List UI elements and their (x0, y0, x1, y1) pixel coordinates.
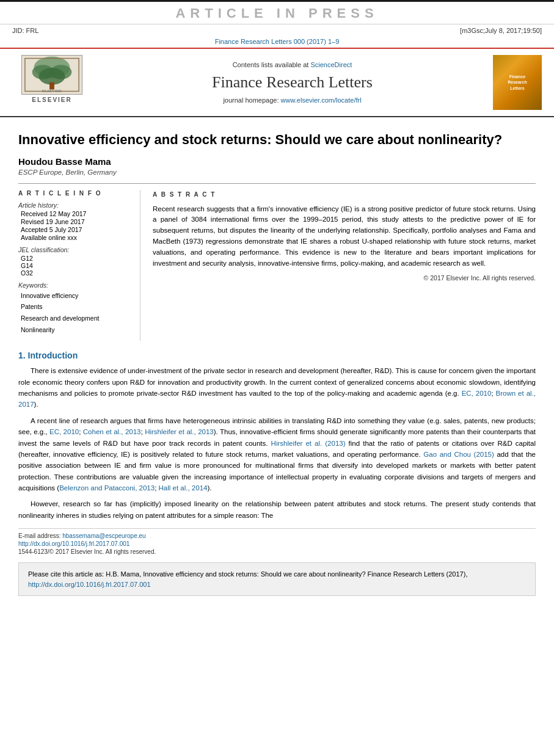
homepage-url[interactable]: www.elsevier.com/locate/frl (281, 96, 362, 104)
jel-group: JEL classification: G12 G14 O32 (18, 246, 133, 277)
jid-label: JID: FRL (12, 27, 38, 34)
abstract-label: A B S T R A C T (153, 190, 536, 199)
jel-label: JEL classification: (18, 246, 133, 253)
ref-hall[interactable]: Hall et al., 2014 (159, 484, 208, 492)
intro-para-1: There is extensive evidence of under-inv… (18, 365, 536, 410)
ref-brown-2017[interactable]: Brown et al., 2017 (18, 390, 536, 408)
ref-belenzon[interactable]: Belenzon and Patacconi, 2013 (59, 484, 155, 492)
abstract-column: A B S T R A C T Recent research suggests… (153, 190, 536, 341)
citation-text: Please cite this article as: H.B. Mama, … (28, 570, 467, 578)
jel-code-3: O32 (21, 269, 133, 277)
author-name: Houdou Basse Mama (18, 156, 536, 167)
article-info-column: A R T I C L E I N F O Article history: R… (18, 190, 140, 341)
intro-para-2: A recent line of research argues that fi… (18, 415, 536, 494)
article-info-label: A R T I C L E I N F O (18, 190, 133, 197)
paper-title: Innovative efficiency and stock returns:… (18, 131, 536, 149)
thumb-title: FinanceResearchLetters (508, 74, 527, 90)
jel-code-1: G12 (21, 255, 133, 262)
keywords-label: Keywords: (18, 282, 133, 289)
journal-header: ELSEVIER ELSEVIER Contents lists availab… (0, 49, 554, 117)
email-line: E-mail address: hbassemama@escpeurope.eu (18, 532, 536, 539)
svg-point-4 (38, 68, 65, 84)
article-history-group: Article history: Received 12 May 2017 Re… (18, 202, 133, 241)
citation-doi-link[interactable]: http://dx.doi.org/10.1016/j.frl.2017.07.… (28, 581, 151, 588)
intro-para-3: However, research so far has (implicitly… (18, 498, 536, 521)
doi-line: http://dx.doi.org/10.1016/j.frl.2017.07.… (18, 540, 536, 547)
journal-center-info: Contents lists available at ScienceDirec… (101, 55, 484, 110)
elsevier-wordmark: ELSEVIER (32, 96, 71, 103)
keyword-2: Patents (21, 301, 133, 313)
jel-code-2: G14 (21, 262, 133, 269)
section-title-text: Introduction (28, 351, 78, 360)
ref-cohen-2013[interactable]: Cohen et al., 2013 (83, 428, 141, 435)
journal-thumbnail: FinanceResearchLetters (493, 55, 542, 110)
history-label: Article history: (18, 202, 133, 209)
homepage-line: journal homepage: www.elsevier.com/locat… (101, 96, 484, 104)
article-in-press-banner: ARTICLE IN PRESS (0, 0, 554, 24)
ref-ec2[interactable]: EC, 2010 (49, 428, 79, 435)
accepted-date: Accepted 5 July 2017 (18, 226, 133, 233)
email-link[interactable]: hbassemama@escpeurope.eu (62, 532, 145, 539)
journal-title: Finance Research Letters (101, 73, 484, 92)
introduction-heading: 1. Introduction (18, 351, 536, 360)
logo-image: ELSEVIER (21, 55, 82, 95)
email-label: E-mail address: (18, 532, 60, 539)
keyword-1: Innovative efficiency (21, 290, 133, 302)
copyright-line: © 2017 Elsevier Inc. All rights reserved… (153, 274, 536, 283)
section-number: 1. (18, 351, 26, 360)
ref-hirshleifer-2013b[interactable]: Hirshleifer et al. (2013) (271, 440, 346, 447)
main-content: Innovative efficiency and stock returns:… (0, 117, 554, 605)
keyword-3: Research and development (21, 313, 133, 324)
available-online: Available online xxx (18, 234, 133, 241)
keywords-group: Keywords: Innovative efficiency Patents … (18, 282, 133, 336)
sciencedirect-link[interactable]: ScienceDirect (310, 61, 352, 68)
top-meta-bar: JID: FRL [m3Gsc;July 8, 2017;19:50] (0, 24, 554, 37)
journal-citation: Finance Research Letters 000 (2017) 1–9 (215, 38, 340, 45)
contents-available-line: Contents lists available at ScienceDirec… (101, 61, 484, 68)
journal-line: Finance Research Letters 000 (2017) 1–9 (0, 37, 554, 49)
ref-hirshleifer-2013a[interactable]: Hirshleifer et al., 2013 (145, 428, 214, 435)
ref-gao-chou[interactable]: Gao and Chou (2015) (423, 451, 494, 458)
revised-date: Revised 19 June 2017 (18, 218, 133, 225)
issn-line: 1544-6123/© 2017 Elsevier Inc. All right… (18, 548, 536, 555)
author-affiliation: ESCP Europe, Berlin, Germany (18, 169, 536, 176)
elsevier-logo: ELSEVIER ELSEVIER (12, 55, 92, 110)
footer-section: E-mail address: hbassemama@escpeurope.eu… (18, 528, 536, 555)
svg-text:ELSEVIER: ELSEVIER (42, 89, 62, 93)
keyword-4: Nonlinearity (21, 324, 133, 336)
received-date: Received 12 May 2017 (18, 210, 133, 217)
abstract-text: Recent research suggests that a firm's i… (153, 204, 536, 269)
article-in-press-text: ARTICLE IN PRESS (175, 5, 378, 21)
article-info-abstract-section: A R T I C L E I N F O Article history: R… (18, 183, 536, 341)
ref-ec-2010[interactable]: EC, 2010 (462, 390, 492, 397)
meta-right: [m3Gsc;July 8, 2017;19:50] (460, 27, 542, 34)
doi-link[interactable]: http://dx.doi.org/10.1016/j.frl.2017.07.… (18, 540, 129, 547)
citation-box: Please cite this article as: H.B. Mama, … (18, 562, 536, 596)
